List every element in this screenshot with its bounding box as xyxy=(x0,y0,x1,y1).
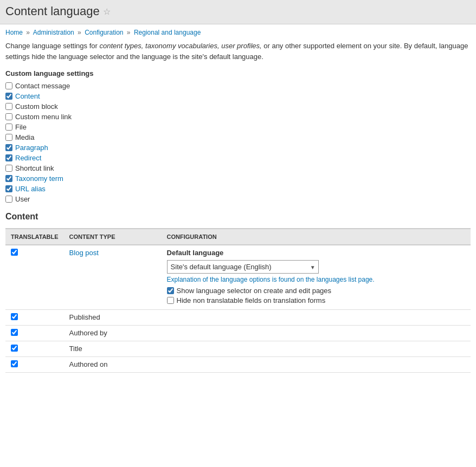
breadcrumb-regional[interactable]: Regional and language xyxy=(134,29,201,36)
content-table: TRANSLATABLE CONTENT TYPE CONFIGURATION … xyxy=(5,228,471,373)
checkbox-paragraph: Paragraph xyxy=(5,144,471,152)
custom-block-checkbox[interactable] xyxy=(5,103,12,110)
file-checkbox[interactable] xyxy=(5,124,12,131)
taxonomy-term-checkbox[interactable] xyxy=(5,175,12,182)
default-language-select[interactable]: Site's default language (English)English… xyxy=(167,260,319,274)
title-configuration xyxy=(162,341,471,357)
show-language-selector-label: Show language selector on create and edi… xyxy=(177,287,331,295)
table-row-authored-on: Authored on xyxy=(5,357,471,373)
paragraph-label: Paragraph xyxy=(15,144,48,152)
published-content-type: Published xyxy=(64,310,162,326)
page-title-text: Content language xyxy=(5,4,100,18)
blog-post-content-type: Blog post xyxy=(64,245,162,310)
checkbox-custom-block: Custom block xyxy=(5,102,471,111)
favorite-icon[interactable]: ☆ xyxy=(103,7,111,17)
taxonomy-term-label: Taxonomy term xyxy=(15,174,63,183)
checkbox-shortcut-link: Shortcut link xyxy=(5,164,471,172)
paragraph-checkbox[interactable] xyxy=(5,144,12,151)
blog-post-configuration: Default language Site's default language… xyxy=(162,245,471,310)
checkbox-user: User xyxy=(5,195,471,203)
authored-by-translatable xyxy=(5,326,64,341)
hide-non-translatable-checkbox[interactable] xyxy=(167,297,174,304)
default-language-select-wrapper: Site's default language (English)English… xyxy=(167,260,319,274)
redirect-label: Redirect xyxy=(15,154,41,162)
authored-by-content-type: Authored by xyxy=(64,326,162,341)
content-checkbox[interactable] xyxy=(5,93,12,100)
table-row-blog-post: Blog post Default language Site's defaul… xyxy=(5,245,471,310)
file-label: File xyxy=(15,123,27,131)
shortcut-link-checkbox[interactable] xyxy=(5,165,12,172)
redirect-checkbox[interactable] xyxy=(5,154,12,161)
breadcrumb-administration[interactable]: Administration xyxy=(33,29,74,36)
authored-on-configuration xyxy=(162,357,471,373)
blog-post-translatable xyxy=(5,245,64,310)
col-header-content-type: CONTENT TYPE xyxy=(64,229,162,245)
custom-menu-link-label: Custom menu link xyxy=(15,113,72,121)
language-explanation: Explanation of the language options is f… xyxy=(167,276,465,283)
user-checkbox[interactable] xyxy=(5,196,12,203)
published-translatable-checkbox[interactable] xyxy=(11,313,18,320)
checkbox-url-alias: URL alias xyxy=(5,185,471,193)
table-row-published: Published xyxy=(5,310,471,326)
show-language-selector-item: Show language selector on create and edi… xyxy=(167,287,465,295)
checkbox-media: Media xyxy=(5,133,471,141)
contact-message-label: Contact message xyxy=(15,82,70,90)
custom-language-settings: Custom language settings Contact message… xyxy=(5,69,471,203)
shortcut-link-label: Shortcut link xyxy=(15,164,54,172)
table-row-authored-by: Authored by xyxy=(5,326,471,341)
authored-by-configuration xyxy=(162,326,471,341)
page-content: Home » Administration » Configuration » … xyxy=(0,24,476,377)
authored-on-content-type: Authored on xyxy=(64,357,162,373)
published-configuration xyxy=(162,310,471,326)
breadcrumb: Home » Administration » Configuration » … xyxy=(5,29,471,36)
breadcrumb-configuration[interactable]: Configuration xyxy=(85,29,123,36)
languages-list-link[interactable]: languages list page. xyxy=(317,276,375,283)
content-label: Content xyxy=(15,92,40,100)
media-label: Media xyxy=(15,133,34,141)
user-label: User xyxy=(15,195,30,203)
blog-post-translatable-checkbox[interactable] xyxy=(11,249,18,256)
col-header-translatable: TRANSLATABLE xyxy=(5,229,64,245)
page-description: Change language settings for content typ… xyxy=(5,41,471,62)
col-header-configuration: CONFIGURATION xyxy=(162,229,471,245)
page-title: Content language ☆ xyxy=(5,4,471,18)
authored-on-translatable-checkbox[interactable] xyxy=(11,360,18,367)
url-alias-label: URL alias xyxy=(15,185,46,193)
hide-non-translatable-item: Hide non translatable fields on translat… xyxy=(167,296,465,304)
checkbox-file: File xyxy=(5,123,471,131)
breadcrumb-home[interactable]: Home xyxy=(5,29,23,36)
checkbox-taxonomy-term: Taxonomy term xyxy=(5,174,471,183)
title-content-type: Title xyxy=(64,341,162,357)
checkbox-contact-message: Contact message xyxy=(5,82,471,90)
custom-language-heading: Custom language settings xyxy=(5,69,471,77)
authored-on-translatable xyxy=(5,357,64,373)
checkbox-redirect: Redirect xyxy=(5,154,471,162)
published-translatable xyxy=(5,310,64,326)
checkbox-content: Content xyxy=(5,92,471,100)
content-section-title: Content xyxy=(5,212,471,224)
url-alias-checkbox[interactable] xyxy=(5,185,12,192)
blog-post-link[interactable]: Blog post xyxy=(69,249,99,257)
authored-by-translatable-checkbox[interactable] xyxy=(11,329,18,336)
title-translatable xyxy=(5,341,64,357)
custom-block-label: Custom block xyxy=(15,102,58,111)
show-language-selector-checkbox[interactable] xyxy=(167,287,174,294)
default-language-label: Default language xyxy=(167,249,465,257)
title-translatable-checkbox[interactable] xyxy=(11,345,18,352)
table-row-title: Title xyxy=(5,341,471,357)
hide-non-translatable-label: Hide non translatable fields on translat… xyxy=(177,296,326,304)
checkbox-custom-menu-link: Custom menu link xyxy=(5,113,471,121)
media-checkbox[interactable] xyxy=(5,134,12,141)
page-header: Content language ☆ xyxy=(0,0,476,24)
custom-menu-link-checkbox[interactable] xyxy=(5,113,12,120)
content-section: Content TRANSLATABLE CONTENT TYPE CONFIG… xyxy=(5,212,471,373)
contact-message-checkbox[interactable] xyxy=(5,82,12,89)
